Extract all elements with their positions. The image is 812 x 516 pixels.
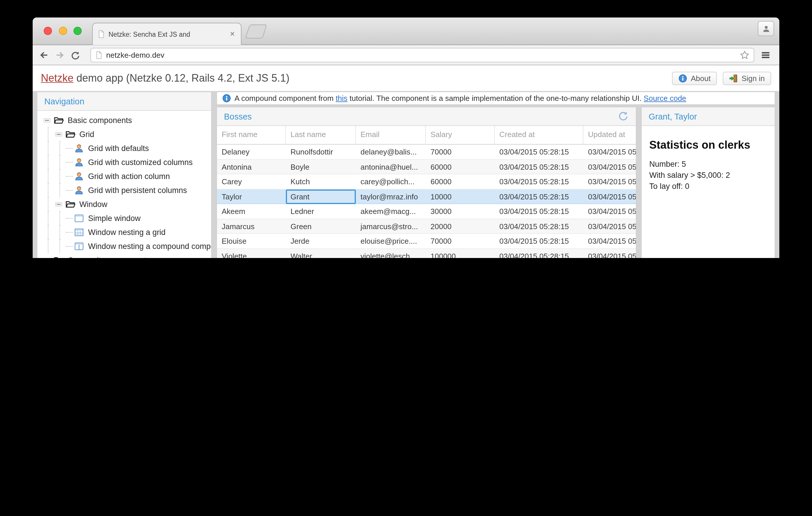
grid-row[interactable]: VioletteWalterviolette@lesch....10000003…: [217, 249, 636, 258]
column-header-created-at[interactable]: Created at: [495, 126, 583, 144]
grid-cell[interactable]: 30000: [426, 204, 495, 219]
vertical-splitter[interactable]: [636, 107, 641, 258]
tree-item-basic-components[interactable]: Basic components: [37, 113, 211, 127]
tree-item-window-nesting-a-grid[interactable]: Window nesting a grid: [37, 225, 211, 239]
tree-expander-icon[interactable]: [54, 130, 63, 139]
grid-cell[interactable]: Taylor: [217, 189, 286, 204]
grid-cell[interactable]: 70000: [426, 234, 495, 249]
grid-cell[interactable]: 20000: [426, 219, 495, 234]
window-close-button[interactable]: [44, 27, 52, 35]
tree-item-grid-with-customized-columns[interactable]: Grid with customized columns: [37, 155, 211, 169]
grid-cell[interactable]: Jamarcus: [217, 219, 286, 234]
column-header-last-name[interactable]: Last name: [286, 126, 356, 144]
grid-cell[interactable]: Antonina: [217, 159, 286, 174]
bookmark-star-icon[interactable]: [740, 50, 750, 60]
grid-cell[interactable]: 03/04/2015 05:28:15: [495, 234, 583, 249]
grid-cell[interactable]: akeem@macg...: [356, 204, 426, 219]
tree-item-grid-with-action-column[interactable]: Grid with action column: [37, 169, 211, 183]
grid-row[interactable]: JamarcusGreenjamarcus@stro...2000003/04/…: [217, 219, 636, 234]
grid-cell[interactable]: Violette: [217, 249, 286, 258]
grid-cell[interactable]: 60000: [426, 159, 495, 174]
grid-cell[interactable]: violette@lesch....: [356, 249, 426, 258]
grid-cell[interactable]: 03/04/2015 05:28:15: [495, 159, 583, 174]
grid-cell[interactable]: Boyle: [286, 159, 356, 174]
tree-expander-icon[interactable]: [42, 256, 51, 258]
window-zoom-button[interactable]: [74, 27, 82, 35]
grid-cell[interactable]: 10000: [426, 189, 495, 204]
grid-cell[interactable]: 03/04/2015 05:28:15: [583, 219, 636, 234]
grid-cell[interactable]: Ledner: [286, 204, 356, 219]
grid-row[interactable]: DelaneyRunolfsdottirdelaney@balis...7000…: [217, 145, 636, 159]
grid-cell[interactable]: Walter: [286, 249, 356, 258]
grid-cell[interactable]: 70000: [426, 145, 495, 159]
new-tab-button[interactable]: [245, 25, 267, 38]
column-header-salary[interactable]: Salary: [426, 126, 495, 144]
this-link[interactable]: this: [336, 94, 347, 102]
tree-item-simple-window[interactable]: Simple window: [37, 211, 211, 225]
sign-in-button[interactable]: Sign in: [723, 71, 772, 85]
grid-cell[interactable]: 03/04/2015 05:28:15: [495, 249, 583, 258]
grid-cell[interactable]: 03/04/2015 05:28:15: [583, 204, 636, 219]
grid-cell[interactable]: elouise@price....: [356, 234, 426, 249]
grid-row[interactable]: TaylorGranttaylor@mraz.info1000003/04/20…: [217, 189, 636, 204]
tree-item-grid-with-defaults[interactable]: Grid with defaults: [37, 141, 211, 155]
menu-button[interactable]: [759, 49, 772, 62]
grid-cell[interactable]: Carey: [217, 174, 286, 189]
grid-cell[interactable]: Delaney: [217, 145, 286, 159]
grid-cell[interactable]: delaney@balis...: [356, 145, 426, 159]
grid-cell[interactable]: Jerde: [286, 234, 356, 249]
profile-avatar-button[interactable]: [758, 21, 774, 36]
source-code-link[interactable]: Source code: [644, 94, 686, 102]
window-minimize-button[interactable]: [59, 27, 67, 35]
grid-row[interactable]: AntoninaBoyleantonina@huel...6000003/04/…: [217, 159, 636, 174]
back-button[interactable]: [37, 49, 50, 62]
netzke-link[interactable]: Netzke: [41, 72, 74, 84]
tree-guide: [42, 197, 54, 211]
grid-cell[interactable]: Green: [286, 219, 356, 234]
grid-cell[interactable]: 03/04/2015 05:28:15: [583, 145, 636, 159]
grid-cell[interactable]: taylor@mraz.info: [356, 189, 426, 204]
grid-cell[interactable]: 03/04/2015 05:28:15: [583, 189, 636, 204]
grid-cell[interactable]: 03/04/2015 05:28:15: [495, 174, 583, 189]
grid-row[interactable]: ElouiseJerdeelouise@price....7000003/04/…: [217, 234, 636, 249]
grid-cell[interactable]: carey@pollich...: [356, 174, 426, 189]
tree-expander-icon[interactable]: [42, 116, 51, 124]
about-button[interactable]: About: [672, 71, 717, 85]
grid-cell[interactable]: 03/04/2015 05:28:15: [583, 249, 636, 258]
grid-cell[interactable]: Runolfsdottir: [286, 145, 356, 159]
grid-row[interactable]: CareyKutchcarey@pollich...6000003/04/201…: [217, 174, 636, 189]
forward-button[interactable]: [53, 49, 66, 62]
grid-cell[interactable]: Kutch: [286, 174, 356, 189]
grid-cell[interactable]: 03/04/2015 05:28:15: [583, 174, 636, 189]
address-bar[interactable]: netzke-demo.dev: [90, 48, 754, 62]
tree-item-window-nesting-a-compound-compo[interactable]: Window nesting a compound compo: [37, 239, 211, 253]
grid-cell[interactable]: 03/04/2015 05:28:15: [495, 204, 583, 219]
tree-expander-icon[interactable]: [54, 200, 63, 208]
tree-item-grid[interactable]: Grid: [37, 127, 211, 141]
grid-cell[interactable]: Grant: [286, 189, 356, 204]
grid-cell[interactable]: 60000: [426, 174, 495, 189]
tab-close-icon[interactable]: ✕: [229, 30, 236, 38]
grid-cell[interactable]: 03/04/2015 05:28:15: [583, 234, 636, 249]
grid-cell[interactable]: Akeem: [217, 204, 286, 219]
grid-row[interactable]: AkeemLednerakeem@macg...3000003/04/2015 …: [217, 204, 636, 219]
grid-cell[interactable]: antonina@huel...: [356, 159, 426, 174]
grid-cell[interactable]: 03/04/2015 05:28:15: [495, 219, 583, 234]
refresh-button[interactable]: [618, 111, 629, 122]
grid-cell[interactable]: Elouise: [217, 234, 286, 249]
tree-item-composite-components[interactable]: Composite components: [37, 253, 211, 258]
tree-item-grid-with-persistent-columns[interactable]: Grid with persistent columns: [37, 183, 211, 197]
reload-button[interactable]: [69, 49, 82, 62]
grid-cell[interactable]: 03/04/2015 05:28:15: [495, 189, 583, 204]
tree-item-window[interactable]: Window: [37, 197, 211, 211]
cell-text: 70000: [431, 237, 452, 246]
grid-cell[interactable]: 100000: [426, 249, 495, 258]
cell-text: 03/04/2015 05:28:15: [499, 207, 569, 216]
column-header-updated-at[interactable]: Updated at: [583, 126, 636, 144]
browser-tab[interactable]: Netzke: Sencha Ext JS and ✕: [92, 23, 241, 45]
grid-cell[interactable]: 03/04/2015 05:28:15: [495, 145, 583, 159]
column-header-email[interactable]: Email: [356, 126, 426, 144]
column-header-first-name[interactable]: First name: [217, 126, 286, 144]
grid-cell[interactable]: jamarcus@stro...: [356, 219, 426, 234]
grid-cell[interactable]: 03/04/2015 05:28:15: [583, 159, 636, 174]
